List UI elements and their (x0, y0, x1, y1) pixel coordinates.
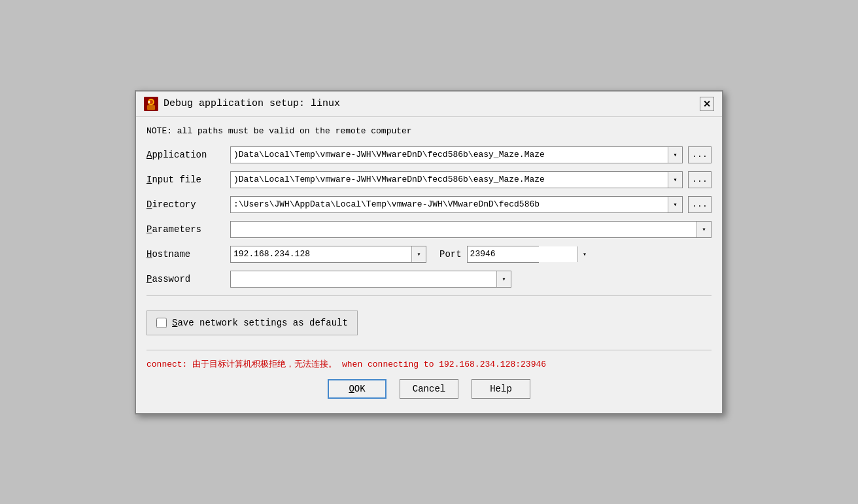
directory-combo[interactable]: ▾ (230, 196, 683, 213)
application-browse-button[interactable]: ... (688, 146, 712, 163)
input-file-row: Input file ▾ ... (146, 171, 712, 188)
password-row: Password ▾ (146, 271, 712, 288)
directory-row: Directory ▾ ... (146, 196, 712, 213)
debug-setup-dialog: Debug application setup: linux ✕ NOTE: a… (135, 90, 723, 414)
svg-point-4 (148, 101, 150, 103)
directory-label: Directory (146, 199, 225, 210)
note-text: NOTE: all paths must be valid on the rem… (146, 126, 712, 136)
hostname-dropdown-arrow[interactable]: ▾ (411, 246, 426, 262)
application-row: Application ▾ ... (146, 146, 712, 163)
parameters-input[interactable] (231, 222, 696, 237)
svg-rect-3 (147, 105, 155, 110)
password-combo[interactable]: ▾ (230, 271, 511, 288)
password-dropdown-arrow[interactable]: ▾ (496, 271, 511, 287)
save-network-checkbox[interactable] (156, 318, 167, 328)
password-input[interactable] (231, 271, 496, 287)
hostname-combo[interactable]: ▾ (230, 246, 426, 263)
close-button[interactable]: ✕ (700, 97, 714, 111)
title-bar: Debug application setup: linux ✕ (136, 92, 722, 117)
parameters-combo[interactable]: ▾ (230, 221, 712, 238)
input-file-dropdown-arrow[interactable]: ▾ (668, 172, 682, 188)
button-row: OOK Cancel Help (146, 379, 712, 405)
hostname-input[interactable] (231, 246, 411, 262)
hostname-port-row: Hostname ▾ Port ▾ (146, 246, 712, 263)
help-button[interactable]: Help (472, 379, 530, 399)
ok-button[interactable]: OOK (328, 379, 386, 399)
directory-dropdown-arrow[interactable]: ▾ (668, 197, 682, 212)
save-network-label: Save network settings as default (172, 318, 348, 328)
error-message: connect: 由于目标计算机积极拒绝，无法连接。 when connecti… (146, 358, 712, 370)
title-bar-left: Debug application setup: linux (144, 97, 340, 111)
hostname-label: Hostname (146, 249, 225, 260)
directory-input[interactable] (231, 197, 668, 212)
application-input[interactable] (231, 147, 668, 163)
application-dropdown-arrow[interactable]: ▾ (668, 147, 682, 163)
directory-browse-button[interactable]: ... (688, 196, 712, 213)
dialog-icon (144, 97, 158, 111)
application-combo[interactable]: ▾ (230, 146, 683, 163)
parameters-row: Parameters ▾ (146, 221, 712, 238)
port-dropdown-arrow[interactable]: ▾ (577, 246, 592, 262)
input-file-label: Input file (146, 175, 225, 185)
port-combo[interactable]: ▾ (467, 246, 539, 263)
ok-underline: O (349, 384, 354, 394)
input-file-input[interactable] (231, 172, 668, 188)
parameters-label: Parameters (146, 224, 225, 235)
password-label: Password (146, 274, 225, 284)
save-network-settings-section: Save network settings as default (146, 311, 358, 335)
input-file-combo[interactable]: ▾ (230, 171, 683, 188)
cancel-button[interactable]: Cancel (400, 379, 458, 399)
dialog-title: Debug application setup: linux (163, 98, 340, 109)
input-file-browse-button[interactable]: ... (688, 171, 712, 188)
separator-2 (146, 350, 712, 350)
dialog-body: NOTE: all paths must be valid on the rem… (136, 117, 722, 413)
port-input[interactable] (468, 246, 577, 262)
port-label: Port (439, 249, 462, 260)
application-label: Application (146, 150, 225, 160)
separator-1 (146, 295, 712, 296)
parameters-dropdown-arrow[interactable]: ▾ (696, 222, 711, 237)
